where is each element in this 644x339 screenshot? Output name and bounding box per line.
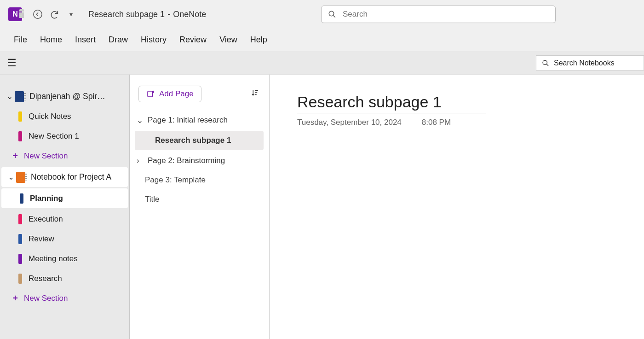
search-input[interactable] bbox=[343, 10, 549, 19]
section-tab-icon bbox=[18, 131, 22, 141]
page-label: Page 3: Template bbox=[145, 175, 206, 185]
section-label: Planning bbox=[30, 194, 63, 203]
page-brainstorming[interactable]: › Page 2: Brainstorming bbox=[129, 151, 269, 170]
notebook-sidebar: ⌄ Dipanjenah @ Spiral... Quick Notes New… bbox=[0, 75, 129, 339]
page-title-field[interactable]: Research subpage 1 bbox=[297, 93, 486, 113]
section-planning[interactable]: Planning bbox=[1, 188, 128, 208]
add-page-label: Add Page bbox=[159, 89, 194, 99]
add-page-icon bbox=[146, 90, 155, 98]
app-name: OneNote bbox=[173, 10, 206, 19]
add-section-button-2[interactable]: + New Section bbox=[0, 288, 129, 308]
section-label: Meeting notes bbox=[29, 254, 78, 263]
menu-view[interactable]: View bbox=[219, 35, 237, 45]
app-icon: N bbox=[8, 7, 22, 21]
section-tab-icon bbox=[18, 254, 22, 264]
notebook-icon bbox=[15, 91, 24, 102]
page-label: Research subpage 1 bbox=[155, 136, 231, 145]
navigation-toggle-button[interactable]: ☰ bbox=[7, 57, 17, 69]
notebook-icon bbox=[16, 172, 25, 183]
menu-home[interactable]: Home bbox=[40, 35, 62, 45]
chevron-down-icon: ⌄ bbox=[7, 172, 15, 182]
section-label: New Section 1 bbox=[29, 132, 79, 141]
notebook-project-a[interactable]: ⌄ Notebook for Project A bbox=[1, 167, 128, 187]
section-tab-icon bbox=[18, 111, 22, 122]
menu-draw[interactable]: Draw bbox=[109, 35, 128, 45]
undo-button[interactable] bbox=[46, 6, 63, 23]
search-notebooks-label: Search Notebooks bbox=[554, 59, 615, 67]
menu-insert[interactable]: Insert bbox=[75, 35, 96, 45]
section-label: Quick Notes bbox=[29, 112, 71, 121]
page-list: ⌄ Page 1: Initial research Research subp… bbox=[129, 111, 269, 209]
menu-bar: File Home Insert Draw History Review Vie… bbox=[0, 29, 644, 52]
add-section-button[interactable]: + New Section bbox=[0, 146, 129, 166]
back-button[interactable] bbox=[29, 6, 46, 23]
page-label: Title bbox=[145, 195, 160, 204]
add-section-label: New Section bbox=[24, 152, 68, 161]
page-label: Page 2: Brainstorming bbox=[148, 156, 225, 165]
page-title[interactable]: Title bbox=[129, 190, 269, 209]
section-tab-icon bbox=[18, 214, 22, 224]
page-label: Page 1: Initial research bbox=[148, 116, 228, 125]
menu-help[interactable]: Help bbox=[250, 35, 267, 45]
section-review[interactable]: Review bbox=[0, 229, 129, 249]
svg-point-3 bbox=[543, 60, 547, 64]
add-page-button[interactable]: Add Page bbox=[138, 86, 201, 102]
section-execution[interactable]: Execution bbox=[0, 209, 129, 229]
svg-rect-5 bbox=[148, 91, 153, 97]
menu-review[interactable]: Review bbox=[179, 35, 207, 45]
chevron-down-icon: ⌄ bbox=[137, 116, 145, 125]
body: ⌄ Dipanjenah @ Spiral... Quick Notes New… bbox=[0, 75, 644, 339]
chevron-right-icon: › bbox=[137, 156, 145, 165]
svg-line-2 bbox=[333, 15, 335, 18]
title-bar: N ▾ Research subpage 1 - OneNote bbox=[0, 0, 644, 29]
section-label: Research bbox=[29, 274, 62, 283]
title-separator: - bbox=[167, 10, 170, 19]
global-search[interactable] bbox=[321, 6, 556, 23]
svg-point-0 bbox=[34, 10, 42, 18]
page-research-subpage-1[interactable]: Research subpage 1 bbox=[135, 131, 264, 150]
section-new-section-1[interactable]: New Section 1 bbox=[0, 126, 129, 146]
menu-history[interactable]: History bbox=[141, 35, 167, 45]
section-tab-icon bbox=[18, 274, 22, 284]
app-icon-letter: N bbox=[12, 10, 18, 18]
section-tab-icon bbox=[20, 193, 23, 204]
page-date-row: Tuesday, September 10, 2024 8:08 PM bbox=[297, 118, 644, 127]
page-template[interactable]: Page 3: Template bbox=[129, 170, 269, 190]
plus-icon: + bbox=[11, 293, 19, 304]
search-icon bbox=[328, 10, 336, 18]
page-date: Tuesday, September 10, 2024 bbox=[297, 118, 402, 127]
page-time: 8:08 PM bbox=[422, 118, 451, 127]
section-tab-icon bbox=[18, 234, 22, 244]
chevron-down-icon: ⌄ bbox=[6, 92, 14, 101]
search-notebooks[interactable]: Search Notebooks bbox=[536, 55, 644, 70]
section-label: Execution bbox=[29, 215, 63, 224]
page-initial-research[interactable]: ⌄ Page 1: Initial research bbox=[129, 111, 269, 130]
page-canvas[interactable]: Research subpage 1 Tuesday, September 10… bbox=[270, 75, 644, 339]
add-section-label: New Section bbox=[24, 294, 68, 303]
document-title: Research subpage 1 bbox=[88, 10, 165, 19]
section-label: Review bbox=[29, 234, 54, 244]
section-meeting-notes[interactable]: Meeting notes bbox=[0, 249, 129, 269]
notebook-label: Dipanjenah @ Spiral... bbox=[29, 92, 108, 101]
plus-icon: + bbox=[11, 151, 19, 161]
search-icon bbox=[542, 59, 549, 67]
svg-point-1 bbox=[329, 11, 334, 16]
svg-line-4 bbox=[546, 64, 548, 66]
section-research[interactable]: Research bbox=[0, 269, 129, 288]
menu-file[interactable]: File bbox=[14, 35, 27, 45]
notebook-label: Notebook for Project A bbox=[31, 172, 111, 182]
section-quick-notes[interactable]: Quick Notes bbox=[0, 106, 129, 126]
page-list-panel: Add Page ⌄ Page 1: Initial research Rese… bbox=[129, 75, 270, 339]
ribbon-strip: ☰ Search Notebooks bbox=[0, 52, 644, 75]
notebook-dipanjenah[interactable]: ⌄ Dipanjenah @ Spiral... bbox=[0, 87, 129, 106]
sort-pages-button[interactable] bbox=[251, 88, 259, 97]
quick-access-dropdown[interactable]: ▾ bbox=[63, 6, 79, 23]
